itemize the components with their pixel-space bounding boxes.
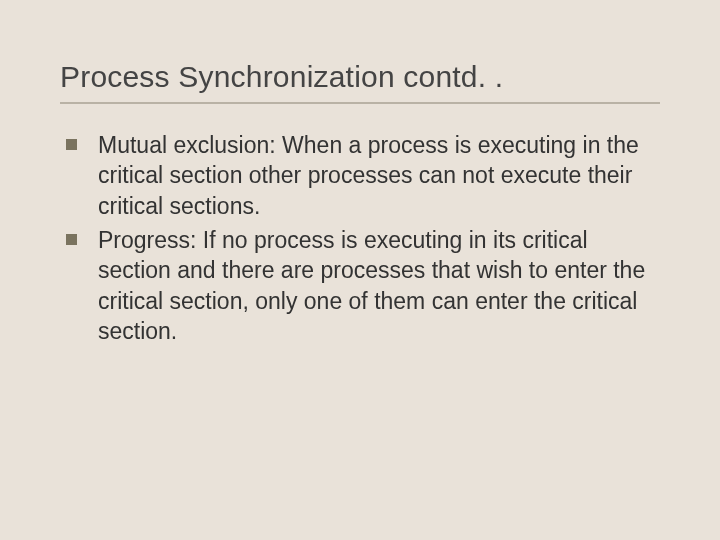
square-bullet-icon — [66, 234, 77, 245]
bullet-list: Mutual exclusion: When a process is exec… — [60, 130, 660, 347]
bullet-text: Progress: If no process is executing in … — [98, 227, 645, 344]
square-bullet-icon — [66, 139, 77, 150]
list-item: Mutual exclusion: When a process is exec… — [64, 130, 660, 221]
slide-title: Process Synchronization contd. . — [60, 60, 660, 94]
list-item: Progress: If no process is executing in … — [64, 225, 660, 346]
bullet-text: Mutual exclusion: When a process is exec… — [98, 132, 639, 219]
title-underline — [60, 102, 660, 104]
slide: Process Synchronization contd. . Mutual … — [0, 0, 720, 540]
